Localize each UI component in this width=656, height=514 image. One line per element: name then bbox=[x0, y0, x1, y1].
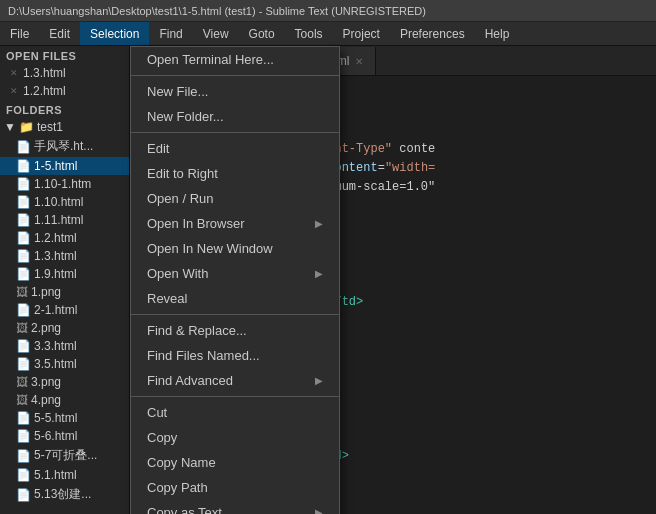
ctx-label: Open / Run bbox=[147, 191, 214, 206]
ctx-copy[interactable]: Copy bbox=[131, 425, 339, 450]
ctx-label: Edit bbox=[147, 141, 169, 156]
ctx-separator bbox=[131, 314, 339, 315]
ctx-separator bbox=[131, 132, 339, 133]
ctx-label: New Folder... bbox=[147, 109, 224, 124]
ctx-label: Find Advanced bbox=[147, 373, 233, 388]
ctx-separator bbox=[131, 75, 339, 76]
ctx-copy-path[interactable]: Copy Path bbox=[131, 475, 339, 500]
ctx-label: Open Terminal Here... bbox=[147, 52, 274, 67]
ctx-reveal[interactable]: Reveal bbox=[131, 286, 339, 311]
ctx-open-with[interactable]: Open With ▶ bbox=[131, 261, 339, 286]
ctx-submenu-arrow: ▶ bbox=[315, 375, 323, 386]
ctx-label: Find & Replace... bbox=[147, 323, 247, 338]
ctx-label: Reveal bbox=[147, 291, 187, 306]
ctx-find-replace[interactable]: Find & Replace... bbox=[131, 318, 339, 343]
ctx-label: Cut bbox=[147, 405, 167, 420]
ctx-label: New File... bbox=[147, 84, 208, 99]
ctx-open-in-browser[interactable]: Open In Browser ▶ bbox=[131, 211, 339, 236]
context-menu: Open Terminal Here... New File... New Fo… bbox=[130, 46, 340, 514]
ctx-label: Copy Name bbox=[147, 455, 216, 470]
ctx-edit[interactable]: Edit bbox=[131, 136, 339, 161]
ctx-open-new-window[interactable]: Open In New Window bbox=[131, 236, 339, 261]
ctx-label: Open In New Window bbox=[147, 241, 273, 256]
ctx-find-files[interactable]: Find Files Named... bbox=[131, 343, 339, 368]
ctx-new-file[interactable]: New File... bbox=[131, 79, 339, 104]
ctx-label: Find Files Named... bbox=[147, 348, 260, 363]
context-menu-overlay[interactable]: Open Terminal Here... New File... New Fo… bbox=[0, 0, 656, 514]
ctx-submenu-arrow: ▶ bbox=[315, 268, 323, 279]
ctx-new-folder[interactable]: New Folder... bbox=[131, 104, 339, 129]
ctx-copy-as-text[interactable]: Copy as Text ▶ bbox=[131, 500, 339, 514]
ctx-label: Open With bbox=[147, 266, 208, 281]
ctx-separator bbox=[131, 396, 339, 397]
ctx-find-advanced[interactable]: Find Advanced ▶ bbox=[131, 368, 339, 393]
ctx-open-run[interactable]: Open / Run bbox=[131, 186, 339, 211]
ctx-label: Copy bbox=[147, 430, 177, 445]
ctx-copy-name[interactable]: Copy Name bbox=[131, 450, 339, 475]
ctx-label: Edit to Right bbox=[147, 166, 218, 181]
ctx-label: Copy Path bbox=[147, 480, 208, 495]
ctx-label: Copy as Text bbox=[147, 505, 222, 514]
ctx-submenu-arrow: ▶ bbox=[315, 218, 323, 229]
ctx-cut[interactable]: Cut bbox=[131, 400, 339, 425]
ctx-submenu-arrow: ▶ bbox=[315, 507, 323, 514]
ctx-edit-right[interactable]: Edit to Right bbox=[131, 161, 339, 186]
ctx-label: Open In Browser bbox=[147, 216, 245, 231]
ctx-open-terminal[interactable]: Open Terminal Here... bbox=[131, 47, 339, 72]
